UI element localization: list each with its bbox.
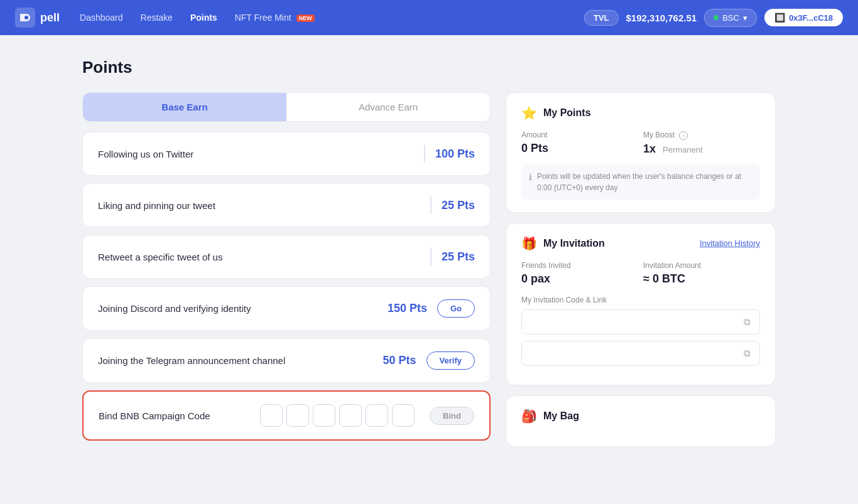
my-bag-title: My Bag	[543, 410, 579, 422]
bind-input-5[interactable]	[366, 404, 388, 427]
my-invitation-card: 🎁 My Invitation Invitation History Frien…	[506, 223, 776, 385]
earn-discord-right: 150 Pts Go	[388, 299, 475, 318]
tvl-button[interactable]: TVL	[584, 10, 619, 26]
my-points-title: My Points	[543, 107, 591, 119]
my-invitation-header: 🎁 My Invitation Invitation History	[521, 236, 760, 251]
earn-liking-label: Liking and pinning our tweet	[98, 200, 215, 211]
earn-retweet-pts: 25 Pts	[442, 250, 475, 264]
left-column: Base Earn Advance Earn Following us on T…	[82, 92, 491, 448]
earn-retweet-label: Retweet a specific tweet of us	[98, 252, 222, 262]
logo[interactable]: pell	[15, 8, 60, 28]
bind-card-right: Bind	[260, 404, 474, 427]
copy-link-button[interactable]: ⧉	[741, 345, 753, 362]
earn-telegram: Joining the Telegram announcement channe…	[82, 338, 491, 383]
bind-input-2[interactable]	[286, 404, 309, 427]
navbar: pell Dashboard Restake Points NFT Free M…	[0, 0, 858, 35]
bsc-button[interactable]: BSC ▾	[704, 9, 757, 27]
tabs: Base Earn Advance Earn	[82, 92, 491, 122]
bind-input-1[interactable]	[260, 404, 283, 427]
earn-twitter-right: 100 Pts	[424, 145, 475, 163]
inv-link-input[interactable]	[528, 348, 741, 358]
earn-liking: Liking and pinning our tweet 25 Pts	[82, 183, 491, 227]
copy-code-button[interactable]: ⧉	[741, 314, 753, 330]
bind-input-4[interactable]	[339, 404, 362, 427]
nav-links: Dashboard Restake Points NFT Free Mint N…	[80, 13, 564, 23]
my-points-card: ⭐ My Points Amount 0 Pts My Boost i	[506, 92, 776, 213]
wallet-button[interactable]: 🔲 0x3F...cC18	[764, 9, 843, 26]
bind-card: Bind BNB Campaign Code Bind	[82, 390, 491, 441]
amount-field: Amount 0 Pts	[521, 131, 638, 156]
wallet-icon: 🔲	[774, 13, 785, 23]
inv-amount-value: ≈ 0 BTC	[643, 272, 760, 286]
my-points-grid: Amount 0 Pts My Boost i 1x Permanent	[521, 131, 760, 156]
bind-input-3[interactable]	[313, 404, 335, 427]
my-bag-header: 🎒 My Bag	[521, 409, 760, 424]
earn-twitter: Following us on Twitter 100 Pts	[82, 132, 491, 176]
inv-amount-label: Invitation Amount	[643, 261, 760, 270]
divider	[424, 145, 425, 163]
right-panel: ⭐ My Points Amount 0 Pts My Boost i	[506, 92, 776, 448]
tvl-value: $192,310,762.51	[626, 13, 697, 23]
svg-point-1	[24, 16, 28, 19]
logo-text: pell	[40, 11, 60, 24]
gift-icon: 🎁	[521, 236, 537, 251]
go-button[interactable]: Go	[437, 299, 475, 318]
logo-icon	[15, 8, 35, 28]
bag-icon: 🎒	[521, 409, 537, 424]
bsc-dot	[714, 15, 719, 20]
earn-telegram-label: Joining the Telegram announcement channe…	[98, 355, 285, 366]
nav-right: TVL $192,310,762.51 BSC ▾ 🔲 0x3F...cC18	[584, 9, 843, 27]
boost-label: My Boost i	[643, 131, 760, 140]
earn-retweet-right: 25 Pts	[430, 248, 475, 265]
boost-info-icon[interactable]: i	[679, 131, 688, 140]
inv-code-input-row: ⧉	[521, 309, 760, 335]
nav-restake[interactable]: Restake	[141, 13, 173, 23]
my-invitation-title: My Invitation	[543, 238, 605, 249]
divider	[430, 248, 432, 265]
page-title: Points	[82, 58, 776, 77]
inv-code-input[interactable]	[528, 317, 741, 326]
friends-label: Friends Invited	[521, 261, 638, 270]
inv-code-label: My Invitation Code & Link	[521, 296, 760, 304]
earn-telegram-right: 50 Pts Verify	[383, 351, 475, 370]
friends-field: Friends Invited 0 pax	[521, 261, 638, 286]
invitation-history-link[interactable]: Invitation History	[700, 239, 760, 248]
bind-input-6[interactable]	[392, 404, 415, 427]
bind-button[interactable]: Bind	[430, 407, 474, 425]
verify-button[interactable]: Verify	[426, 351, 475, 370]
friends-value: 0 pax	[521, 272, 638, 286]
nav-points[interactable]: Points	[190, 13, 217, 23]
inv-link-input-row: ⧉	[521, 341, 760, 366]
content-grid: Base Earn Advance Earn Following us on T…	[82, 92, 776, 448]
earn-discord-label: Joining Discord and verifying identity	[98, 303, 251, 314]
earn-retweet: Retweet a specific tweet of us 25 Pts	[82, 235, 491, 279]
tab-advance-earn[interactable]: Advance Earn	[286, 93, 490, 121]
nav-nft[interactable]: NFT Free Mint NEW	[235, 13, 315, 23]
nav-dashboard[interactable]: Dashboard	[80, 13, 123, 23]
earn-liking-right: 25 Pts	[430, 196, 475, 214]
star-icon: ⭐	[521, 105, 537, 121]
chevron-down-icon: ▾	[743, 13, 747, 23]
amount-value: 0 Pts	[521, 142, 638, 155]
earn-discord: Joining Discord and verifying identity 1…	[82, 286, 491, 331]
info-circle-icon: ℹ	[529, 171, 532, 184]
points-note: ℹ Points will be updated when the user's…	[521, 164, 760, 200]
earn-discord-pts: 150 Pts	[388, 302, 427, 315]
amount-label: Amount	[521, 131, 638, 139]
boost-field: My Boost i 1x Permanent	[643, 131, 760, 156]
divider	[430, 196, 432, 214]
tab-base-earn[interactable]: Base Earn	[83, 93, 286, 121]
my-points-header: ⭐ My Points	[521, 105, 760, 121]
page: Points Base Earn Advance Earn Following …	[52, 35, 806, 471]
inv-amount-field: Invitation Amount ≈ 0 BTC	[643, 261, 760, 286]
bind-card-label: Bind BNB Campaign Code	[99, 410, 210, 421]
bind-inputs	[260, 404, 415, 427]
my-bag-card: 🎒 My Bag	[506, 395, 776, 447]
earn-twitter-label: Following us on Twitter	[98, 149, 193, 159]
earn-twitter-pts: 100 Pts	[435, 147, 475, 161]
boost-value: 1x Permanent	[643, 142, 760, 156]
invitation-grid: Friends Invited 0 pax Invitation Amount …	[521, 261, 760, 286]
new-badge: NEW	[296, 14, 315, 22]
earn-telegram-pts: 50 Pts	[383, 354, 416, 367]
earn-liking-pts: 25 Pts	[442, 199, 475, 212]
